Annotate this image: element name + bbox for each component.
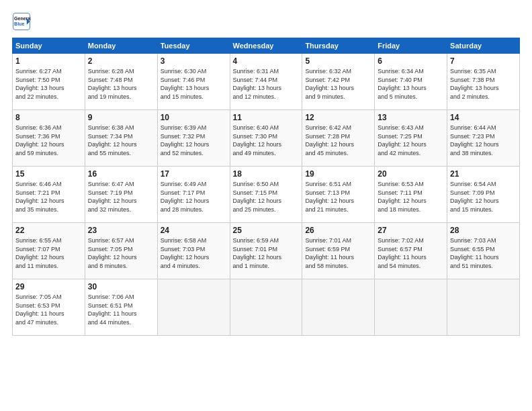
day-info: Sunrise: 6:30 AM Sunset: 7:46 PM Dayligh… xyxy=(161,67,227,101)
calendar-cell: 7Sunrise: 6:35 AM Sunset: 7:38 PM Daylig… xyxy=(447,54,520,110)
calendar-header-row: SundayMondayTuesdayWednesdayThursdayFrid… xyxy=(13,38,520,54)
day-info: Sunrise: 6:43 AM Sunset: 7:25 PM Dayligh… xyxy=(378,124,444,157)
day-info: Sunrise: 7:01 AM Sunset: 6:59 PM Dayligh… xyxy=(305,236,371,270)
calendar-cell: 21Sunrise: 6:54 AM Sunset: 7:09 PM Dayli… xyxy=(447,167,520,223)
day-info: Sunrise: 6:50 AM Sunset: 7:15 PM Dayligh… xyxy=(233,180,300,214)
day-info: Sunrise: 6:49 AM Sunset: 7:17 PM Dayligh… xyxy=(161,180,227,214)
calendar-cell: 26Sunrise: 7:01 AM Sunset: 6:59 PM Dayli… xyxy=(302,223,375,279)
weekday-header: Thursday xyxy=(302,38,375,54)
day-info: Sunrise: 6:47 AM Sunset: 7:19 PM Dayligh… xyxy=(88,180,154,214)
day-number: 10 xyxy=(161,112,227,123)
day-info: Sunrise: 6:34 AM Sunset: 7:40 PM Dayligh… xyxy=(378,67,444,101)
day-number: 13 xyxy=(378,112,444,123)
calendar-cell: 24Sunrise: 6:58 AM Sunset: 7:03 PM Dayli… xyxy=(157,223,230,279)
day-number: 18 xyxy=(233,169,300,179)
day-info: Sunrise: 6:32 AM Sunset: 7:42 PM Dayligh… xyxy=(305,67,371,101)
svg-text:Blue: Blue xyxy=(14,21,24,26)
calendar-week-row: 15Sunrise: 6:46 AM Sunset: 7:21 PM Dayli… xyxy=(13,167,520,223)
day-number: 4 xyxy=(233,56,300,66)
day-number: 14 xyxy=(450,112,517,123)
day-number: 8 xyxy=(15,112,82,123)
day-info: Sunrise: 6:46 AM Sunset: 7:21 PM Dayligh… xyxy=(15,180,82,214)
day-number: 12 xyxy=(305,112,371,123)
calendar-cell: 13Sunrise: 6:43 AM Sunset: 7:25 PM Dayli… xyxy=(375,110,447,167)
calendar-cell xyxy=(302,279,375,336)
day-info: Sunrise: 7:05 AM Sunset: 6:53 PM Dayligh… xyxy=(15,293,82,326)
weekday-header: Wednesday xyxy=(230,38,302,54)
calendar-cell: 11Sunrise: 6:40 AM Sunset: 7:30 PM Dayli… xyxy=(230,110,302,167)
day-number: 19 xyxy=(305,169,371,179)
day-info: Sunrise: 6:38 AM Sunset: 7:34 PM Dayligh… xyxy=(88,124,154,157)
logo: General Blue xyxy=(12,12,31,31)
day-number: 26 xyxy=(305,225,371,236)
calendar-cell: 9Sunrise: 6:38 AM Sunset: 7:34 PM Daylig… xyxy=(85,110,157,167)
weekday-header: Monday xyxy=(85,38,157,54)
calendar-cell: 15Sunrise: 6:46 AM Sunset: 7:21 PM Dayli… xyxy=(13,167,85,223)
day-number: 27 xyxy=(378,225,444,236)
calendar-cell: 1Sunrise: 6:27 AM Sunset: 7:50 PM Daylig… xyxy=(13,54,85,110)
day-number: 1 xyxy=(15,56,82,66)
calendar-cell: 17Sunrise: 6:49 AM Sunset: 7:17 PM Dayli… xyxy=(157,167,230,223)
day-info: Sunrise: 6:35 AM Sunset: 7:38 PM Dayligh… xyxy=(450,67,517,101)
calendar-cell: 16Sunrise: 6:47 AM Sunset: 7:19 PM Dayli… xyxy=(85,167,157,223)
day-info: Sunrise: 6:54 AM Sunset: 7:09 PM Dayligh… xyxy=(450,180,517,214)
calendar-cell: 19Sunrise: 6:51 AM Sunset: 7:13 PM Dayli… xyxy=(302,167,375,223)
calendar-cell: 14Sunrise: 6:44 AM Sunset: 7:23 PM Dayli… xyxy=(447,110,520,167)
day-info: Sunrise: 6:27 AM Sunset: 7:50 PM Dayligh… xyxy=(15,67,82,101)
calendar-cell: 10Sunrise: 6:39 AM Sunset: 7:32 PM Dayli… xyxy=(157,110,230,167)
calendar-cell: 23Sunrise: 6:57 AM Sunset: 7:05 PM Dayli… xyxy=(85,223,157,279)
calendar-week-row: 1Sunrise: 6:27 AM Sunset: 7:50 PM Daylig… xyxy=(13,54,520,110)
day-info: Sunrise: 6:36 AM Sunset: 7:36 PM Dayligh… xyxy=(15,124,82,157)
calendar-cell: 18Sunrise: 6:50 AM Sunset: 7:15 PM Dayli… xyxy=(230,167,302,223)
day-info: Sunrise: 7:03 AM Sunset: 6:55 PM Dayligh… xyxy=(450,236,517,270)
day-number: 22 xyxy=(15,225,82,236)
page: General Blue SundayMondayTuesdayWednesda… xyxy=(0,0,532,411)
calendar-week-row: 22Sunrise: 6:55 AM Sunset: 7:07 PM Dayli… xyxy=(13,223,520,279)
day-info: Sunrise: 6:44 AM Sunset: 7:23 PM Dayligh… xyxy=(450,124,517,157)
day-number: 7 xyxy=(450,56,517,66)
calendar-cell: 27Sunrise: 7:02 AM Sunset: 6:57 PM Dayli… xyxy=(375,223,447,279)
day-number: 24 xyxy=(161,225,227,236)
day-number: 20 xyxy=(378,169,444,179)
logo-icon: General Blue xyxy=(12,12,31,31)
day-number: 2 xyxy=(88,56,154,66)
day-number: 9 xyxy=(88,112,154,123)
calendar-cell: 5Sunrise: 6:32 AM Sunset: 7:42 PM Daylig… xyxy=(302,54,375,110)
calendar-cell: 29Sunrise: 7:05 AM Sunset: 6:53 PM Dayli… xyxy=(13,279,85,336)
calendar-cell: 3Sunrise: 6:30 AM Sunset: 7:46 PM Daylig… xyxy=(157,54,230,110)
day-info: Sunrise: 6:40 AM Sunset: 7:30 PM Dayligh… xyxy=(233,124,300,157)
day-info: Sunrise: 6:58 AM Sunset: 7:03 PM Dayligh… xyxy=(161,236,227,270)
weekday-header: Tuesday xyxy=(157,38,230,54)
day-number: 5 xyxy=(305,56,371,66)
day-info: Sunrise: 6:42 AM Sunset: 7:28 PM Dayligh… xyxy=(305,124,371,157)
calendar-cell: 6Sunrise: 6:34 AM Sunset: 7:40 PM Daylig… xyxy=(375,54,447,110)
day-number: 15 xyxy=(15,169,82,179)
calendar-cell: 28Sunrise: 7:03 AM Sunset: 6:55 PM Dayli… xyxy=(447,223,520,279)
day-info: Sunrise: 6:59 AM Sunset: 7:01 PM Dayligh… xyxy=(233,236,300,270)
day-number: 28 xyxy=(450,225,517,236)
day-number: 6 xyxy=(378,56,444,66)
day-number: 25 xyxy=(233,225,300,236)
weekday-header: Saturday xyxy=(447,38,520,54)
day-info: Sunrise: 6:53 AM Sunset: 7:11 PM Dayligh… xyxy=(378,180,444,214)
calendar-cell: 22Sunrise: 6:55 AM Sunset: 7:07 PM Dayli… xyxy=(13,223,85,279)
header: General Blue xyxy=(12,12,520,31)
calendar-cell: 20Sunrise: 6:53 AM Sunset: 7:11 PM Dayli… xyxy=(375,167,447,223)
day-info: Sunrise: 6:28 AM Sunset: 7:48 PM Dayligh… xyxy=(88,67,154,101)
day-number: 11 xyxy=(233,112,300,123)
calendar-cell xyxy=(157,279,230,336)
calendar-cell: 8Sunrise: 6:36 AM Sunset: 7:36 PM Daylig… xyxy=(13,110,85,167)
day-info: Sunrise: 6:55 AM Sunset: 7:07 PM Dayligh… xyxy=(15,236,82,270)
day-info: Sunrise: 6:57 AM Sunset: 7:05 PM Dayligh… xyxy=(88,236,154,270)
calendar-cell: 12Sunrise: 6:42 AM Sunset: 7:28 PM Dayli… xyxy=(302,110,375,167)
calendar-week-row: 8Sunrise: 6:36 AM Sunset: 7:36 PM Daylig… xyxy=(13,110,520,167)
weekday-header: Friday xyxy=(375,38,447,54)
day-number: 17 xyxy=(161,169,227,179)
day-info: Sunrise: 7:02 AM Sunset: 6:57 PM Dayligh… xyxy=(378,236,444,270)
day-info: Sunrise: 6:39 AM Sunset: 7:32 PM Dayligh… xyxy=(161,124,227,157)
calendar-cell: 30Sunrise: 7:06 AM Sunset: 6:51 PM Dayli… xyxy=(85,279,157,336)
weekday-header: Sunday xyxy=(13,38,85,54)
day-info: Sunrise: 7:06 AM Sunset: 6:51 PM Dayligh… xyxy=(88,293,154,326)
calendar-cell xyxy=(375,279,447,336)
calendar-cell xyxy=(447,279,520,336)
